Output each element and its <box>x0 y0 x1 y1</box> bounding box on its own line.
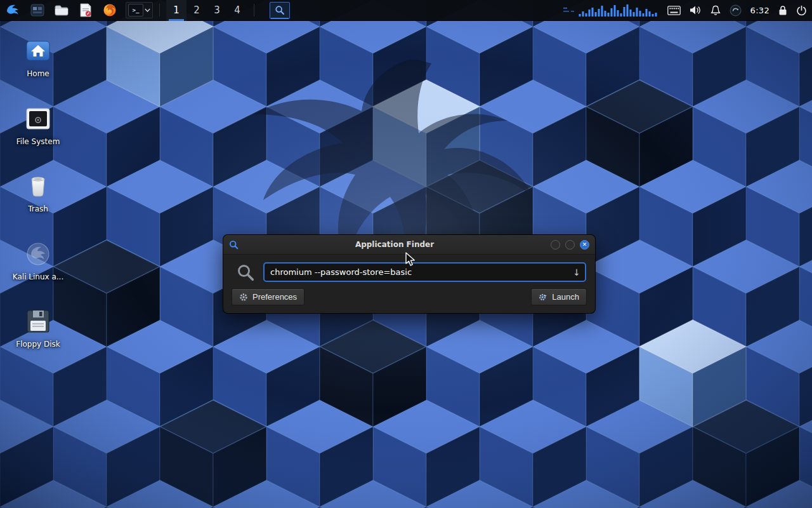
close-icon: ✕ <box>582 241 587 249</box>
volume-icon[interactable] <box>690 5 702 15</box>
panel-separator <box>159 4 160 17</box>
terminal-launcher[interactable]: >_ <box>126 2 153 18</box>
chevron-down-icon[interactable] <box>145 8 150 12</box>
desktop-icon-label: Home <box>6 70 70 78</box>
search-icon <box>275 5 285 15</box>
desktop-icon-label: Kali Linux a... <box>6 273 70 281</box>
desktop-icon-floppy-disk[interactable]: Floppy Disk <box>6 307 70 349</box>
desktop-icon-label: Trash <box>6 205 70 213</box>
maximize-button[interactable] <box>565 240 575 250</box>
dropdown-arrow-icon[interactable]: ↓ <box>573 268 580 277</box>
top-panel: >_ 1 2 3 4 6:32 <box>0 0 812 21</box>
panel-search-button[interactable] <box>270 2 290 19</box>
folder-icon[interactable] <box>53 2 70 18</box>
text-editor-icon[interactable] <box>77 2 94 18</box>
search-row: ↓ <box>231 260 587 288</box>
command-input[interactable] <box>263 262 586 282</box>
panel-launchers: >_ <box>5 2 153 18</box>
kali-installer-icon <box>6 240 70 268</box>
terminal-prompt-glyph: >_ <box>133 7 140 13</box>
window-title: Application Finder <box>242 240 547 249</box>
workspace-1-button[interactable]: 1 <box>166 0 187 21</box>
titlebar[interactable]: Application Finder ✕ <box>223 235 595 255</box>
lock-icon[interactable] <box>778 5 787 16</box>
workspace-switcher: 1 2 3 4 <box>166 0 247 21</box>
keyboard-icon[interactable] <box>667 6 681 15</box>
desktop-icon-trash[interactable]: Trash <box>6 172 70 213</box>
desktop-icon-file-system[interactable]: File System <box>6 105 70 146</box>
window-controls: ✕ <box>551 240 589 250</box>
app-search-icon <box>229 240 239 250</box>
desktop-icon-home[interactable]: Home <box>6 37 70 78</box>
launch-button[interactable]: Launch <box>531 288 587 305</box>
workspace-4-label: 4 <box>234 4 240 16</box>
audio-spectrum-visualizer[interactable] <box>563 3 658 18</box>
status-orb-icon[interactable] <box>730 4 742 17</box>
preferences-button[interactable]: Preferences <box>232 288 304 305</box>
run-icon <box>539 293 547 302</box>
terminal-icon: >_ <box>128 4 143 17</box>
workspace-2-label: 2 <box>193 4 200 16</box>
firefox-icon[interactable] <box>102 2 118 18</box>
gear-icon <box>239 293 248 302</box>
button-row: Preferences Launch <box>231 288 587 305</box>
panel-separator <box>254 4 254 17</box>
minimize-button[interactable] <box>551 240 560 250</box>
finder-body: ↓ Preferences Launch <box>223 255 595 313</box>
desktop-icon-label: File System <box>6 138 70 146</box>
logout-power-icon[interactable] <box>796 5 807 16</box>
clock[interactable]: 6:32 <box>750 6 769 15</box>
floppy-disk-icon <box>6 307 70 335</box>
workspace-3-button[interactable]: 3 <box>207 0 227 21</box>
search-icon <box>236 263 255 282</box>
file-system-icon <box>6 105 70 133</box>
workspace-3-label: 3 <box>214 4 220 16</box>
desktop-icon-kali-linux[interactable]: Kali Linux a... <box>6 240 70 281</box>
system-tray: 6:32 <box>563 3 807 18</box>
kali-menu-icon[interactable] <box>5 2 22 18</box>
notifications-bell-icon[interactable] <box>710 5 721 16</box>
trash-icon <box>6 172 70 200</box>
workspace-1-label: 1 <box>173 4 180 16</box>
home-icon <box>6 37 70 65</box>
file-manager-icon[interactable] <box>29 2 46 18</box>
workspace-4-button[interactable]: 4 <box>227 0 247 21</box>
close-button[interactable]: ✕ <box>580 240 589 250</box>
workspace-2-button[interactable]: 2 <box>187 0 207 21</box>
command-input-wrap: ↓ <box>263 262 586 282</box>
desktop-icon-label: Floppy Disk <box>6 340 70 349</box>
application-finder-window: Application Finder ✕ ↓ Preferences Launc… <box>223 235 595 313</box>
preferences-label: Preferences <box>252 292 297 302</box>
launch-label: Launch <box>552 292 579 302</box>
